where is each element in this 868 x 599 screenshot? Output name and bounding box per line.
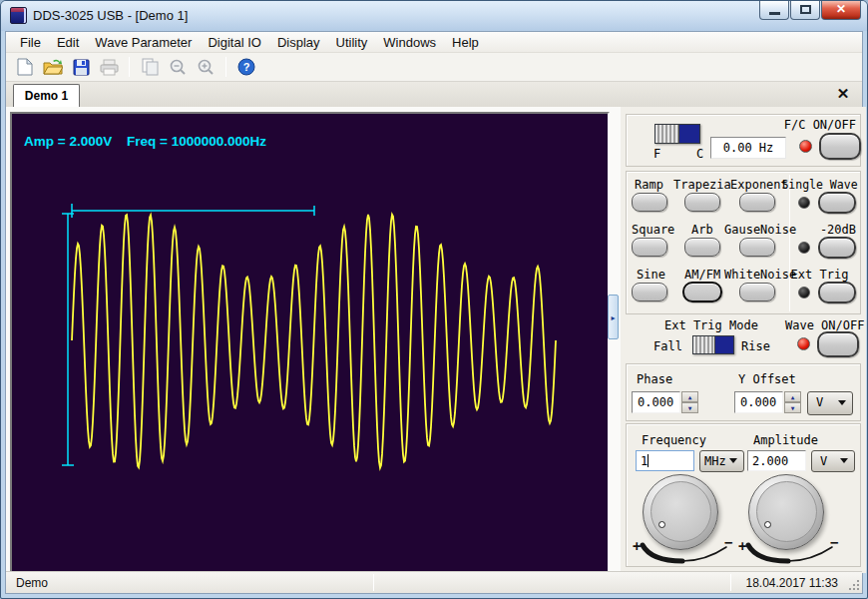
phase-up-arrow[interactable]: ▲: [681, 391, 698, 402]
phase-value[interactable]: 0.000: [632, 391, 680, 413]
knob-indicator-dot: [658, 521, 665, 528]
tab-bar: Demo 1 ✕: [6, 82, 862, 107]
tab-demo1[interactable]: Demo 1: [13, 84, 80, 107]
print-button[interactable]: [98, 56, 120, 78]
wave-button-whitenoise[interactable]: [739, 283, 775, 301]
knob-face: [756, 481, 817, 542]
help-button[interactable]: ?: [235, 56, 257, 78]
freq-amp-group: Frequency Amplitude 1 MHz 2.000 V: [626, 423, 861, 567]
zoom-out-button[interactable]: [167, 56, 189, 78]
status-separator: [730, 574, 731, 591]
fc-onoff-button[interactable]: [819, 133, 861, 160]
wave-label-amfm: AM/FM: [684, 268, 720, 282]
menu-utility[interactable]: Utility: [328, 33, 376, 52]
menu-file[interactable]: File: [12, 33, 49, 52]
wave-group-divider: [789, 175, 790, 311]
wave-label-square: Square: [632, 223, 674, 237]
toolbar-separator: [129, 57, 130, 77]
y-offset-value[interactable]: 0.000: [734, 391, 783, 413]
ext-trig-mode-title: Ext Trig Mode: [664, 318, 758, 332]
frequency-label: Frequency: [642, 433, 706, 447]
zoom-in-button[interactable]: [195, 56, 217, 78]
ext-trig-button[interactable]: [818, 282, 856, 303]
fc-label-f: F: [653, 147, 660, 161]
fall-rise-switch-knob: [693, 336, 715, 353]
amplitude-input[interactable]: 2.000: [747, 450, 806, 471]
dropdown-arrow-icon: [840, 458, 848, 463]
knob-swoosh: [637, 542, 732, 566]
fc-group: F C 0.00 Hz F/C ON/OFF: [626, 114, 861, 167]
frequency-knob[interactable]: + −: [633, 474, 736, 566]
waveform-canvas: Amp = 2.000V Freq = 1000000.000Hz: [12, 114, 608, 571]
fc-label-c: C: [696, 147, 703, 161]
maximize-icon: [800, 5, 811, 14]
amplitude-knob[interactable]: + −: [738, 474, 842, 566]
knob-body: [643, 474, 718, 550]
knob-body: [748, 474, 824, 550]
resize-grip[interactable]: [847, 578, 860, 591]
minimize-icon: [769, 12, 780, 15]
save-icon: [73, 59, 90, 76]
wave-onoff-button[interactable]: [817, 331, 859, 357]
wave-button-arb[interactable]: [684, 238, 720, 257]
minus20db-button[interactable]: [818, 237, 856, 259]
annotation-frequency: Freq = 1000000.000Hz: [127, 134, 266, 149]
toolbar-separator: [225, 57, 226, 77]
knob-indicator-dot: [764, 521, 771, 528]
knob-face: [651, 481, 711, 542]
close-button[interactable]: ✕: [821, 1, 861, 20]
wave-select-group: Ramp Trapezia Exponent Square Arb GauseN…: [626, 171, 861, 314]
menu-digital-io[interactable]: Digital IO: [200, 33, 268, 52]
frequency-unit-select[interactable]: MHz: [699, 450, 744, 472]
wave-button-sine[interactable]: [632, 283, 667, 301]
fc-switch[interactable]: [654, 124, 700, 144]
amplitude-unit-select[interactable]: V: [811, 450, 855, 472]
single-wave-button[interactable]: [818, 192, 856, 214]
y-offset-down-arrow[interactable]: ▼: [784, 402, 801, 413]
wave-label-ramp: Ramp: [635, 178, 663, 192]
wave-button-exponent[interactable]: [739, 193, 775, 212]
window-title: DDS-3025 USB - [Demo 1]: [33, 8, 188, 23]
wave-button-gausenoise[interactable]: [739, 238, 775, 257]
app-icon: [10, 7, 27, 24]
status-datetime: 18.04.2017 11:33: [745, 576, 838, 590]
phase-down-arrow[interactable]: ▼: [681, 402, 698, 413]
menu-display[interactable]: Display: [269, 33, 328, 52]
menu-edit[interactable]: Edit: [49, 33, 87, 52]
maximize-button[interactable]: [790, 1, 820, 20]
wave-label-sine: Sine: [637, 268, 665, 282]
splitter-handle[interactable]: ▸: [608, 295, 619, 339]
open-file-button[interactable]: [42, 56, 64, 78]
y-offset-label: Y Offset: [738, 372, 796, 386]
save-button[interactable]: [70, 56, 92, 78]
zoom-in-icon: [198, 59, 215, 76]
wave-button-amfm[interactable]: [682, 282, 722, 302]
menu-help[interactable]: Help: [444, 33, 487, 52]
menu-windows[interactable]: Windows: [375, 33, 444, 52]
status-text: Demo: [16, 576, 48, 590]
wave-button-trapezia[interactable]: [684, 193, 720, 212]
minimize-button[interactable]: [759, 1, 789, 20]
y-offset-up-arrow[interactable]: ▲: [784, 391, 801, 402]
wave-button-ramp[interactable]: [632, 193, 667, 212]
menu-bar: File Edit Wave Parameter Digital IO Disp…: [6, 32, 862, 53]
toolbar: ?: [6, 53, 862, 82]
fall-rise-switch[interactable]: [692, 335, 734, 354]
copy-button[interactable]: [139, 56, 161, 78]
tab-close-icon[interactable]: ✕: [834, 85, 852, 103]
annotation-amplitude: Amp = 2.000V: [24, 134, 112, 149]
new-file-button[interactable]: [14, 56, 36, 78]
copy-icon: [142, 58, 159, 76]
dropdown-arrow-icon: [729, 458, 737, 463]
client-area: Amp = 2.000V Freq = 1000000.000Hz ▸: [6, 107, 862, 571]
menu-wave-parameter[interactable]: Wave Parameter: [87, 33, 200, 52]
ext-trig-label: Ext Trig: [777, 268, 862, 282]
y-offset-spinbox: 0.000 ▲ ▼: [734, 391, 801, 413]
dropdown-arrow-icon: [838, 400, 846, 405]
wave-button-square[interactable]: [632, 238, 667, 257]
frequency-input[interactable]: 1: [636, 450, 694, 471]
phase-label: Phase: [637, 372, 672, 386]
y-offset-unit-select[interactable]: V: [807, 391, 853, 415]
phase-spinbox: 0.000 ▲ ▼: [632, 391, 698, 413]
status-separator: [373, 574, 374, 591]
